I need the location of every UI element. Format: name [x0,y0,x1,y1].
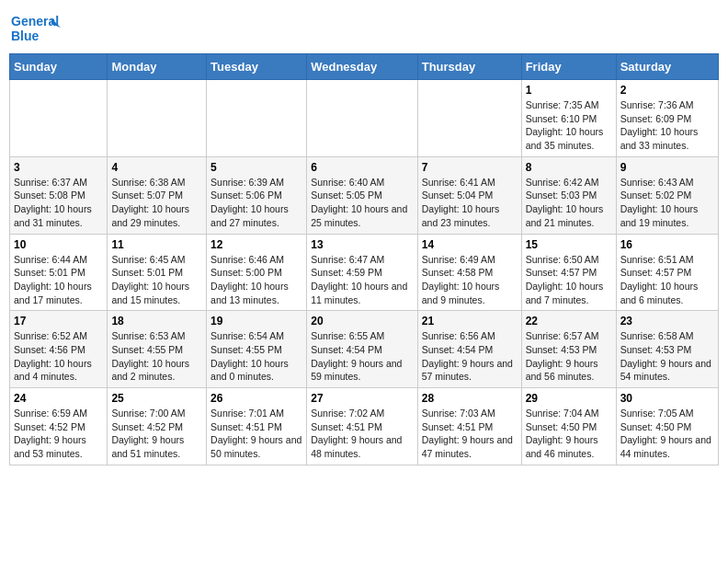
day-number: 26 [210,392,302,405]
day-number: 17 [14,315,103,327]
day-cell-9: 9Sunrise: 6:43 AMSunset: 5:02 PMDaylight… [616,156,718,234]
day-info: Sunrise: 6:43 AMSunset: 5:02 PMDaylight:… [620,176,714,230]
logo-svg: GeneralBlue [9,9,64,46]
day-info: Sunrise: 6:49 AMSunset: 4:58 PMDaylight:… [422,253,518,307]
day-number: 29 [526,392,612,405]
day-cell-30: 30Sunrise: 7:05 AMSunset: 4:50 PMDayligh… [616,388,718,465]
day-number: 27 [311,392,414,405]
day-number: 30 [620,392,714,405]
day-number: 24 [14,392,103,405]
day-number: 8 [526,161,612,174]
day-number: 14 [422,238,518,251]
day-cell-12: 12Sunrise: 6:46 AMSunset: 5:00 PMDayligh… [207,234,307,311]
day-cell-4: 4Sunrise: 6:38 AMSunset: 5:07 PMDaylight… [108,156,207,234]
day-number: 16 [620,238,714,251]
day-number: 11 [111,238,202,251]
day-cell-5: 5Sunrise: 6:39 AMSunset: 5:06 PMDaylight… [207,156,307,234]
day-cell-21: 21Sunrise: 6:56 AMSunset: 4:54 PMDayligh… [417,311,521,388]
day-cell-6: 6Sunrise: 6:40 AMSunset: 5:05 PMDaylight… [307,156,418,234]
day-cell-15: 15Sunrise: 6:50 AMSunset: 4:57 PMDayligh… [521,234,616,311]
week-row-4: 17Sunrise: 6:52 AMSunset: 4:56 PMDayligh… [10,311,719,388]
weekday-header-tuesday: Tuesday [207,54,307,80]
day-number: 7 [422,161,518,174]
week-row-2: 3Sunrise: 6:37 AMSunset: 5:08 PMDaylight… [10,156,719,234]
day-cell-11: 11Sunrise: 6:45 AMSunset: 5:01 PMDayligh… [108,234,207,311]
day-info: Sunrise: 6:47 AMSunset: 4:59 PMDaylight:… [311,253,414,307]
day-cell-18: 18Sunrise: 6:53 AMSunset: 4:55 PMDayligh… [108,311,207,388]
day-info: Sunrise: 6:40 AMSunset: 5:05 PMDaylight:… [311,176,414,230]
day-info: Sunrise: 6:37 AMSunset: 5:08 PMDaylight:… [14,176,103,230]
day-cell-26: 26Sunrise: 7:01 AMSunset: 4:51 PMDayligh… [207,388,307,465]
day-number: 28 [422,392,518,405]
weekday-header-friday: Friday [521,54,616,80]
day-info: Sunrise: 6:50 AMSunset: 4:57 PMDaylight:… [526,253,612,307]
day-number: 6 [311,161,414,174]
day-cell-10: 10Sunrise: 6:44 AMSunset: 5:01 PMDayligh… [10,234,108,311]
day-cell-1: 1Sunrise: 7:35 AMSunset: 6:10 PMDaylight… [521,80,616,157]
week-row-5: 24Sunrise: 6:59 AMSunset: 4:52 PMDayligh… [10,388,719,465]
day-info: Sunrise: 6:45 AMSunset: 5:01 PMDaylight:… [111,253,202,307]
day-info: Sunrise: 7:02 AMSunset: 4:51 PMDaylight:… [311,407,414,461]
empty-cell [10,80,108,157]
day-info: Sunrise: 6:41 AMSunset: 5:04 PMDaylight:… [422,176,518,230]
day-info: Sunrise: 7:04 AMSunset: 4:50 PMDaylight:… [526,407,612,461]
day-info: Sunrise: 6:44 AMSunset: 5:01 PMDaylight:… [14,253,103,307]
day-info: Sunrise: 6:59 AMSunset: 4:52 PMDaylight:… [14,407,103,461]
day-number: 3 [14,161,103,174]
day-number: 5 [210,161,302,174]
week-row-3: 10Sunrise: 6:44 AMSunset: 5:01 PMDayligh… [10,234,719,311]
day-cell-14: 14Sunrise: 6:49 AMSunset: 4:58 PMDayligh… [417,234,521,311]
empty-cell [108,80,207,157]
day-cell-8: 8Sunrise: 6:42 AMSunset: 5:03 PMDaylight… [521,156,616,234]
calendar-table: SundayMondayTuesdayWednesdayThursdayFrid… [9,53,719,465]
day-cell-27: 27Sunrise: 7:02 AMSunset: 4:51 PMDayligh… [307,388,418,465]
day-info: Sunrise: 6:39 AMSunset: 5:06 PMDaylight:… [210,176,302,230]
day-info: Sunrise: 7:00 AMSunset: 4:52 PMDaylight:… [111,407,202,461]
weekday-header-monday: Monday [108,54,207,80]
day-number: 23 [620,315,714,327]
day-info: Sunrise: 6:54 AMSunset: 4:55 PMDaylight:… [210,329,302,384]
empty-cell [417,80,521,157]
empty-cell [307,80,418,157]
weekday-header-saturday: Saturday [616,54,718,80]
day-cell-28: 28Sunrise: 7:03 AMSunset: 4:51 PMDayligh… [417,388,521,465]
day-cell-25: 25Sunrise: 7:00 AMSunset: 4:52 PMDayligh… [108,388,207,465]
weekday-header-sunday: Sunday [10,54,108,80]
day-number: 2 [620,84,714,97]
day-number: 20 [311,315,414,327]
day-info: Sunrise: 7:05 AMSunset: 4:50 PMDaylight:… [620,407,714,461]
day-number: 25 [111,392,202,405]
day-cell-17: 17Sunrise: 6:52 AMSunset: 4:56 PMDayligh… [10,311,108,388]
day-cell-16: 16Sunrise: 6:51 AMSunset: 4:57 PMDayligh… [616,234,718,311]
day-cell-7: 7Sunrise: 6:41 AMSunset: 5:04 PMDaylight… [417,156,521,234]
weekday-header-thursday: Thursday [417,54,521,80]
day-info: Sunrise: 6:53 AMSunset: 4:55 PMDaylight:… [111,329,202,384]
day-info: Sunrise: 6:46 AMSunset: 5:00 PMDaylight:… [210,253,302,307]
day-info: Sunrise: 6:55 AMSunset: 4:54 PMDaylight:… [311,329,414,384]
day-info: Sunrise: 6:38 AMSunset: 5:07 PMDaylight:… [111,176,202,230]
day-info: Sunrise: 6:58 AMSunset: 4:53 PMDaylight:… [620,329,714,384]
day-number: 15 [526,238,612,251]
day-cell-20: 20Sunrise: 6:55 AMSunset: 4:54 PMDayligh… [307,311,418,388]
day-cell-3: 3Sunrise: 6:37 AMSunset: 5:08 PMDaylight… [10,156,108,234]
day-number: 13 [311,238,414,251]
page-header: GeneralBlue [9,9,719,46]
logo: GeneralBlue [9,9,64,46]
day-info: Sunrise: 6:52 AMSunset: 4:56 PMDaylight:… [14,329,103,384]
day-cell-2: 2Sunrise: 7:36 AMSunset: 6:09 PMDaylight… [616,80,718,157]
day-info: Sunrise: 6:42 AMSunset: 5:03 PMDaylight:… [526,176,612,230]
day-info: Sunrise: 7:36 AMSunset: 6:09 PMDaylight:… [620,98,714,153]
empty-cell [207,80,307,157]
day-cell-24: 24Sunrise: 6:59 AMSunset: 4:52 PMDayligh… [10,388,108,465]
day-number: 18 [111,315,202,327]
day-info: Sunrise: 7:01 AMSunset: 4:51 PMDaylight:… [210,407,302,461]
day-cell-19: 19Sunrise: 6:54 AMSunset: 4:55 PMDayligh… [207,311,307,388]
day-info: Sunrise: 7:03 AMSunset: 4:51 PMDaylight:… [422,407,518,461]
svg-text:Blue: Blue [11,29,40,43]
week-row-1: 1Sunrise: 7:35 AMSunset: 6:10 PMDaylight… [10,80,719,157]
day-number: 10 [14,238,103,251]
day-number: 21 [422,315,518,327]
day-cell-13: 13Sunrise: 6:47 AMSunset: 4:59 PMDayligh… [307,234,418,311]
day-number: 1 [526,84,612,97]
day-number: 19 [210,315,302,327]
